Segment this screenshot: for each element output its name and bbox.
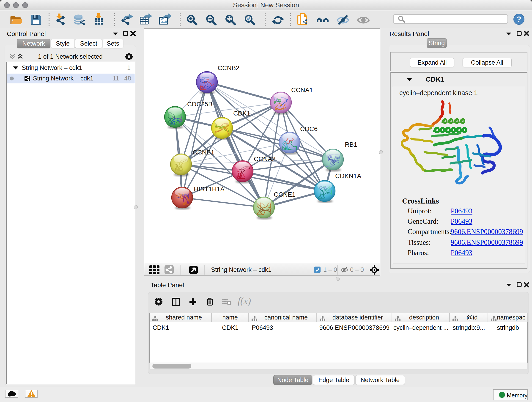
svg-text:HIST1H1A: HIST1H1A <box>194 186 225 193</box>
svg-text:CCNA2: CCNA2 <box>254 155 276 162</box>
svg-text:CDC25B: CDC25B <box>187 101 212 108</box>
svg-text:RB1: RB1 <box>345 141 357 148</box>
svg-text:CCNE1: CCNE1 <box>274 191 296 198</box>
svg-text:?: ? <box>517 15 521 23</box>
svg-text:CDC6: CDC6 <box>300 125 317 133</box>
svg-text:CDKN1A: CDKN1A <box>335 172 361 179</box>
svg-text:CCNA1: CCNA1 <box>291 86 313 94</box>
svg-text:CDK1: CDK1 <box>233 110 250 117</box>
svg-text:CCNB1: CCNB1 <box>193 149 215 156</box>
svg-text:CCNB2: CCNB2 <box>218 64 239 71</box>
